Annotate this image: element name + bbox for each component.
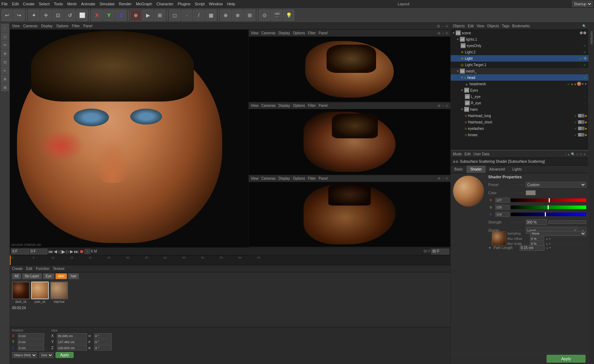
z-axis[interactable]: Z <box>115 10 127 21</box>
obj-bookmarks-menu[interactable]: Bookmarks <box>512 24 530 28</box>
b-slider-track[interactable] <box>511 213 586 216</box>
menu-file[interactable]: File <box>1 2 8 6</box>
obj-hair-short[interactable]: ≡ Hairhead_short · ✓ ◆ <box>451 119 588 125</box>
mat-edit[interactable]: Edit <box>26 267 32 271</box>
next-frame[interactable]: ▷ <box>66 249 69 254</box>
next-key[interactable]: ▶ <box>70 249 73 254</box>
menu-simulate[interactable]: Simulate <box>99 2 115 6</box>
anims-btn[interactable]: 🎬 <box>271 10 282 21</box>
vp-filter-menu[interactable]: Filter <box>72 24 80 28</box>
trv-display[interactable]: Display <box>278 31 290 35</box>
obj-edit-menu[interactable]: Edit <box>468 24 474 28</box>
mrv-filter[interactable]: Filter <box>308 104 316 108</box>
mrv-cameras[interactable]: Cameras <box>261 104 276 108</box>
blur-offset-stepper[interactable]: ▲▼ <box>546 237 551 241</box>
brv-cameras[interactable]: Cameras <box>261 177 276 180</box>
x-pos-input[interactable] <box>18 333 44 339</box>
y-axis[interactable]: Y <box>103 10 115 21</box>
mat-create[interactable]: Create <box>12 267 23 271</box>
obj-eyesonly[interactable]: L0 eyesOnly · ✓ <box>451 42 588 49</box>
layout-dropdown[interactable]: Startup <box>572 1 593 7</box>
mrv-view[interactable]: View <box>251 104 259 108</box>
x-size-input[interactable] <box>57 333 87 339</box>
tab-lights[interactable]: Lights <box>509 166 526 173</box>
render-btn[interactable]: ⊕ <box>130 10 142 21</box>
b-input[interactable] <box>94 345 112 351</box>
mat-function[interactable]: Function <box>36 267 49 271</box>
vp-options-menu[interactable]: Options <box>56 24 68 28</box>
brv-filter[interactable]: Filter <box>308 177 316 180</box>
mat-texture[interactable]: Texture <box>53 267 65 271</box>
obj-light-target[interactable]: ◎ Light.Target.1 · ✓ <box>451 62 588 68</box>
axis-mode[interactable]: ⊗ <box>232 10 243 21</box>
bot-right-viewport[interactable]: View Cameras Display Options Filter Pane… <box>249 175 450 247</box>
menu-edit[interactable]: Edit <box>12 2 19 6</box>
brv-options[interactable]: Options <box>293 177 305 180</box>
trv-view[interactable]: View <box>251 31 259 35</box>
play-button[interactable]: ▶ <box>62 249 65 254</box>
menu-help[interactable]: Help <box>227 2 235 6</box>
render-view[interactable]: ▶ <box>142 10 154 21</box>
blur-offset-input[interactable] <box>530 237 544 241</box>
prev-frame[interactable]: ◁ <box>58 249 61 254</box>
lt-bones[interactable]: ⊗ <box>1 75 9 83</box>
mrv-panel[interactable]: Panel <box>319 104 328 108</box>
menu-character[interactable]: Character <box>156 2 173 6</box>
coord-apply-button[interactable]: Apply <box>56 352 74 358</box>
viewport-solo[interactable]: ⊙ <box>259 10 270 21</box>
top-right-viewport[interactable]: View Cameras Display Options Filter Pane… <box>249 30 450 102</box>
undo-button[interactable]: ↩ <box>1 10 13 21</box>
box-select[interactable]: ⬜ <box>76 10 88 21</box>
filter-hair[interactable]: hair <box>68 273 79 279</box>
lt-move[interactable]: ↑ <box>1 24 9 32</box>
go-start[interactable]: ⏮ <box>48 249 53 254</box>
rotate-tool[interactable]: ↺ <box>64 10 76 21</box>
menu-select[interactable]: Select <box>39 2 50 6</box>
z-pos-input[interactable] <box>18 345 44 351</box>
brv-view[interactable]: View <box>251 177 259 180</box>
obj-eyes[interactable]: ▼ L0 Eyes · · <box>451 87 588 93</box>
record-btn[interactable]: ⏺ <box>80 249 84 254</box>
vp-view-menu[interactable]: View <box>12 24 20 28</box>
g-value-input[interactable] <box>495 205 509 210</box>
obj-light[interactable]: ☀ Light · ✓ ✛ <box>451 55 588 62</box>
r-slider-track[interactable] <box>511 198 586 202</box>
attrs-userdata-menu[interactable]: User Data <box>473 152 489 156</box>
mid-right-viewport[interactable]: View Cameras Display Options Filter Pane… <box>249 102 450 175</box>
obj-menu-item[interactable]: Objects <box>453 24 465 28</box>
lt-hair[interactable]: ≡ <box>1 67 9 74</box>
obj-r-eye[interactable]: L0 R_eye · · <box>451 100 588 106</box>
tweak-btn[interactable]: ⊞ <box>244 10 255 21</box>
obj-scene[interactable]: ▼ L0 scene <box>451 30 588 36</box>
obj-l-eye[interactable]: L0 L_eye · · <box>451 93 588 100</box>
strength-slider[interactable] <box>548 220 586 224</box>
vp-display-menu[interactable]: Display <box>41 24 53 28</box>
menu-script[interactable]: Script <box>195 2 204 6</box>
select-tool[interactable]: ✦ <box>28 10 40 21</box>
trv-filter[interactable]: Filter <box>308 31 316 35</box>
auto-key[interactable]: A <box>85 249 90 254</box>
brv-panel[interactable]: Panel <box>319 177 328 180</box>
menu-render[interactable]: Render <box>119 2 132 6</box>
menu-mograph[interactable]: MoGraph <box>136 2 152 6</box>
filter-no-layer[interactable]: No Layer <box>22 273 42 279</box>
brv-display[interactable]: Display <box>278 177 290 180</box>
scale-tool[interactable]: ⊡ <box>52 10 64 21</box>
tab-shader[interactable]: Shader <box>467 166 485 173</box>
obj-objects-menu[interactable]: Objects <box>487 24 499 28</box>
z-size-input[interactable] <box>57 345 87 351</box>
menu-tools[interactable]: Tools <box>54 2 63 6</box>
trv-panel[interactable]: Panel <box>319 31 328 35</box>
h-input[interactable] <box>94 333 112 339</box>
mrv-display[interactable]: Display <box>278 104 290 108</box>
obj-headmesh[interactable]: ▲ headmesh · ✓ ▲ ▲ ✦ ✦ <box>451 81 588 87</box>
x-axis[interactable]: X <box>91 10 103 21</box>
sampling-dropdown[interactable]: None <box>530 231 586 236</box>
material-dark-sk[interactable]: dark_sk <box>12 282 30 304</box>
render-all[interactable]: ⊞ <box>154 10 166 21</box>
y-pos-input[interactable] <box>18 339 44 345</box>
point-mode[interactable]: · <box>181 10 192 21</box>
obj-hairs[interactable]: ▼ L0 hairs · · <box>451 106 588 112</box>
end-frame-input[interactable] <box>431 249 449 254</box>
mrv-options[interactable]: Options <box>293 104 305 108</box>
